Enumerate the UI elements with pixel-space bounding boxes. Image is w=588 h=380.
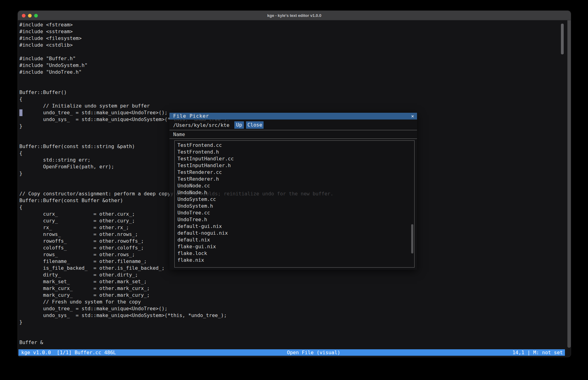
desktop: { "window": { "title": "kge - kyle's tex… — [0, 0, 588, 380]
status-bar: kge v1.0.0 [1/1] Buffer.cc 486L Open Fil… — [18, 349, 565, 356]
list-item[interactable]: default-gui.nix — [175, 223, 414, 230]
list-item[interactable]: UndoTree.h — [175, 216, 414, 223]
close-button[interactable]: Close — [246, 121, 264, 129]
file-list-scrollbar-thumb[interactable] — [411, 224, 413, 253]
dialog-titlebar[interactable]: File Picker ✕ — [169, 113, 417, 119]
text-cursor — [19, 109, 22, 116]
list-item[interactable]: UndoNode.cc — [175, 182, 414, 189]
editor-scrollbar-thumb[interactable] — [561, 24, 564, 54]
status-mode-message: Open File (visual) — [287, 349, 340, 356]
list-item[interactable]: default.nix — [175, 237, 414, 243]
list-item[interactable]: TestInputHandler.cc — [175, 155, 414, 162]
file-picker-dialog: *this, *undo_tree_); y of core fields; r… — [169, 113, 417, 270]
file-list: TestFrontend.ccTestFrontend.hTestInputHa… — [174, 140, 415, 268]
editor-window: #include <fstream> #include <sstream> #i… — [18, 11, 571, 357]
editor-scrollbar-track[interactable] — [567, 20, 571, 348]
list-item[interactable]: default-nogui.nix — [175, 230, 414, 237]
list-item[interactable]: flake-gui.nix — [175, 243, 414, 250]
list-item[interactable]: UndoSystem.cc — [175, 196, 414, 203]
status-cursor-position: 14,1 | M: not set — [512, 349, 563, 356]
name-column-header: Name — [173, 131, 185, 137]
dialog-title: File Picker — [173, 113, 209, 119]
path-row: /Users/kyle/src/kte Up Close — [169, 121, 417, 129]
window-title: kge - kyle's text editor v1.0.0 — [18, 11, 571, 20]
divider — [169, 139, 417, 139]
list-item[interactable]: UndoSystem.h — [175, 203, 414, 210]
list-item[interactable]: TestFrontend.h — [175, 149, 414, 155]
window-titlebar[interactable]: kge - kyle's text editor v1.0.0 — [18, 11, 571, 20]
status-file-info: kge v1.0.0 [1/1] Buffer.cc 486L — [21, 349, 116, 356]
list-item[interactable]: TestFrontend.cc — [175, 142, 414, 149]
list-item[interactable]: TestInputHandler.h — [175, 162, 414, 169]
list-item[interactable]: TestRenderer.h — [175, 176, 414, 182]
list-item[interactable]: flake.lock — [175, 250, 414, 257]
dialog-close-icon[interactable]: ✕ — [411, 113, 414, 119]
divider — [169, 130, 417, 130]
list-item[interactable]: flake.nix — [175, 257, 414, 264]
current-path-label: /Users/kyle/src/kte — [173, 122, 229, 128]
list-item[interactable]: TestRenderer.cc — [175, 169, 414, 176]
up-button[interactable]: Up — [234, 121, 244, 129]
list-item[interactable]: UndoNode.h — [175, 189, 414, 196]
list-item[interactable]: UndoTree.cc — [175, 210, 414, 216]
